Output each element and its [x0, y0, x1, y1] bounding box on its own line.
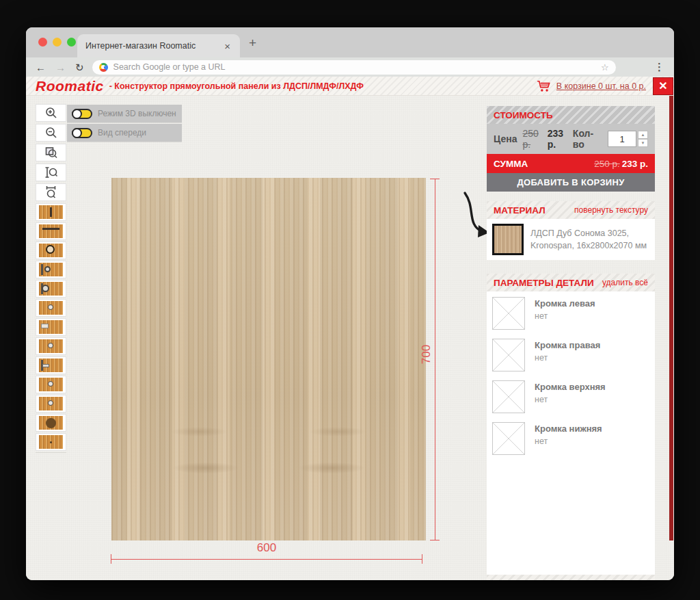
edge-title: Кромка верхняя	[535, 382, 606, 392]
toggle-view-switch-icon[interactable]	[72, 128, 92, 138]
new-price: 233 р.	[548, 128, 573, 150]
params-section-header: ПАРАМЕТРЫ ДЕТАЛИ удалить всё	[487, 274, 655, 291]
new-tab-button[interactable]: +	[249, 36, 256, 51]
small-hole-icon[interactable]	[36, 376, 66, 393]
sum-old-price: 250 р.	[594, 159, 620, 169]
price-label: Цена	[494, 133, 517, 144]
site-logo[interactable]: Roomatic	[36, 79, 104, 93]
edge-item-right: Кромка правая нет	[492, 339, 655, 371]
vertical-cut-icon[interactable]	[36, 203, 66, 221]
side-slot-icon[interactable]	[36, 356, 66, 374]
browser-window: Интернет-магазин Roomatic × + ← → ↻ Sear…	[26, 27, 674, 580]
material-section-header: МАТЕРИАЛ повернуть текстуру	[487, 201, 655, 219]
edge-none-icon[interactable]	[492, 422, 525, 455]
quantity-label: Кол-во	[573, 128, 603, 150]
small-hole-icon[interactable]	[36, 395, 66, 413]
browser-tab[interactable]: Интернет-магазин Roomatic ×	[77, 34, 240, 57]
edge-none-icon[interactable]	[492, 339, 525, 371]
close-window-button[interactable]	[38, 38, 47, 47]
old-price: 250 р.	[522, 128, 547, 150]
toggle-3d-switch-icon[interactable]	[72, 109, 92, 119]
toggle-view-front[interactable]: Вид спереди	[67, 124, 182, 142]
sum-new-price: 233 р.	[622, 159, 648, 169]
material-name-line1: ЛДСП Дуб Сонома 3025,	[530, 227, 647, 239]
params-title: ПАРАМЕТРЫ ДЕТАЛИ	[494, 278, 594, 288]
site-header: Roomatic - Конструктор прямоугольной пан…	[26, 77, 674, 96]
toolbar-divider	[36, 452, 66, 453]
quantity-down-icon[interactable]: ▼	[638, 139, 648, 147]
panel-preview[interactable]	[111, 178, 426, 540]
site-subtitle: - Конструктор прямоугольной панели из ЛД…	[109, 81, 364, 91]
edges-list: Кромка левая нет Кромка правая нет	[487, 291, 655, 575]
sidebar: СТОИМОСТЬ Цена 250 р. 233 р. Кол-во ▲ ▼ …	[487, 106, 655, 580]
large-hole-icon[interactable]	[36, 242, 66, 259]
material-name-line2: Kronospan, 16х2800х2070 мм	[530, 239, 647, 252]
bookmark-star-icon[interactable]: ☆	[601, 62, 609, 73]
edge-title: Кромка левая	[535, 298, 595, 309]
toggle-3d-label: Режим 3D выключен	[98, 109, 176, 118]
edge-item-bottom: Кромка нижняя нет	[492, 422, 655, 455]
width-dimension-label: 600	[111, 541, 422, 555]
window-controls	[38, 38, 76, 47]
google-logo-icon	[99, 63, 108, 72]
zoom-in-icon[interactable]	[36, 104, 66, 122]
reload-icon[interactable]: ↻	[75, 62, 84, 73]
quantity-stepper: ▲ ▼	[638, 131, 648, 147]
small-hole-icon[interactable]	[36, 299, 66, 317]
delete-all-link[interactable]: удалить всё	[602, 278, 648, 287]
tab-strip: Интернет-магазин Roomatic × +	[26, 27, 674, 57]
page-scrollbar[interactable]	[669, 96, 673, 540]
forward-icon[interactable]: →	[55, 62, 66, 73]
cart-link[interactable]: В корзине 0 шт. на 0 р.	[556, 81, 646, 91]
horizontal-cut-icon[interactable]	[36, 222, 66, 240]
browser-menu-icon[interactable]: ⋮	[654, 61, 664, 73]
left-toolbar	[36, 104, 66, 453]
zoom-height-icon[interactable]	[36, 164, 66, 181]
address-placeholder: Search Google or type a URL	[113, 62, 601, 72]
material-title: МАТЕРИАЛ	[494, 205, 546, 216]
zoom-window-button[interactable]	[67, 38, 76, 47]
edge-item-left: Кромка левая нет	[492, 297, 655, 330]
width-dimension-line	[111, 559, 422, 560]
cart-group: В корзине 0 шт. на 0 р.	[537, 80, 646, 92]
zoom-width-icon[interactable]	[36, 183, 66, 201]
edge-none-icon[interactable]	[492, 297, 525, 330]
sum-row: СУММА 250 р. 233 р.	[487, 154, 655, 173]
filled-hole-icon[interactable]	[36, 414, 66, 432]
cart-icon	[537, 80, 552, 92]
toggle-3d-mode[interactable]: Режим 3D выключен	[67, 105, 182, 122]
address-toolbar: ← → ↻ Search Google or type a URL ☆ ⋮	[26, 57, 674, 77]
tab-close-icon[interactable]: ×	[223, 40, 232, 52]
edge-value: нет	[535, 311, 595, 321]
rotate-texture-link[interactable]: повернуть текстуру	[574, 205, 648, 215]
material-name: ЛДСП Дуб Сонома 3025, Kronospan, 16х2800…	[530, 227, 647, 252]
material-swatch[interactable]	[492, 224, 524, 255]
address-bar[interactable]: Search Google or type a URL ☆	[92, 60, 616, 75]
back-icon[interactable]: ←	[36, 62, 46, 73]
cost-section-header: СТОИМОСТЬ	[487, 106, 655, 124]
site-close-button[interactable]: ✕	[653, 77, 673, 95]
quantity-up-icon[interactable]: ▲	[638, 131, 648, 139]
zoom-out-icon[interactable]	[36, 124, 66, 142]
add-to-cart-button[interactable]: ДОБАВИТЬ В КОРЗИНУ	[487, 173, 655, 192]
cup-hole-left-icon[interactable]	[36, 280, 66, 298]
minimize-window-button[interactable]	[53, 38, 62, 47]
edge-title: Кромка нижняя	[535, 423, 602, 434]
sidebar-footer	[487, 575, 655, 580]
edge-item-top: Кромка верхняя нет	[492, 380, 655, 413]
view-toggles: Режим 3D выключен Вид спереди	[67, 105, 182, 143]
corner-notch-icon[interactable]	[36, 318, 66, 336]
quantity-input[interactable]	[608, 131, 636, 147]
material-row: ЛДСП Дуб Сонома 3025, Kronospan, 16х2800…	[487, 219, 655, 260]
hinge-left-icon[interactable]	[36, 261, 66, 278]
zoom-fit-icon[interactable]	[36, 144, 66, 161]
sum-label: СУММА	[494, 159, 528, 169]
edge-none-icon[interactable]	[492, 380, 525, 413]
main-content: Режим 3D выключен Вид спереди 700 600 СТ…	[26, 96, 674, 580]
screenshot-stage: Интернет-магазин Roomatic × + ← → ↻ Sear…	[0, 0, 700, 600]
edge-value: нет	[535, 436, 602, 446]
toggle-view-label: Вид спереди	[98, 128, 146, 138]
small-hole-icon[interactable]	[36, 337, 66, 355]
pilot-hole-icon[interactable]	[36, 433, 66, 451]
height-dimension-line	[435, 179, 435, 540]
